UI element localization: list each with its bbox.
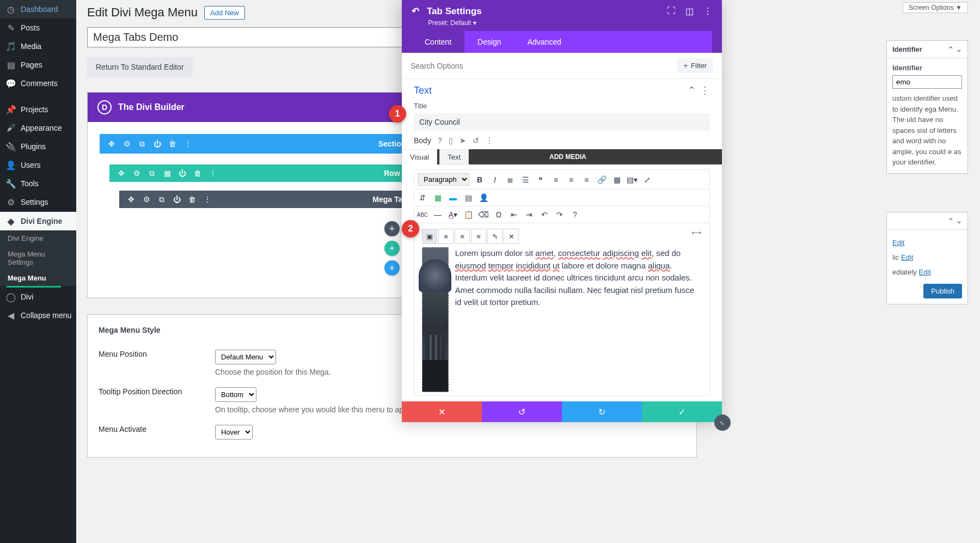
editor-tab-text[interactable]: Text [439,149,469,165]
edit-icon[interactable]: ✎ [487,229,503,244]
edit-link[interactable]: Edit [901,253,913,261]
back-icon[interactable]: ↶ [412,5,419,17]
field-select[interactable]: Default Menu [215,350,276,364]
save-button[interactable]: ✓ [642,401,722,422]
power-icon[interactable]: ⏻ [178,169,187,178]
expand-area-icon[interactable]: ⟷ [691,229,702,237]
edit-link[interactable]: Edit [918,268,930,276]
sidebar-item-plugins[interactable]: 🔌Plugins [0,137,76,156]
redo-button[interactable]: ↻ [562,401,642,422]
duplicate-icon[interactable]: ⧉ [157,195,166,204]
textcolor-icon[interactable]: A▾ [448,210,458,219]
modal-tab-design[interactable]: Design [464,31,514,53]
undo-icon[interactable]: ↶ [540,210,549,219]
chevron-icons[interactable]: ⌃ ⌄ [948,45,962,53]
align-right-icon[interactable]: ≡ [455,229,470,244]
hr-icon[interactable]: — [433,210,443,219]
toolbar-extra-icon[interactable]: ⇵ [418,193,427,203]
align-left-icon[interactable]: ▣ [422,229,437,244]
expand-icon[interactable]: ⛶ [667,6,676,16]
toolbar-extra-icon[interactable]: ▤ [463,193,473,203]
trash-icon[interactable]: 🗑 [193,169,202,178]
toolbar-extra-icon[interactable]: ▬ [448,193,458,203]
toolbar-extra-icon[interactable]: 👤 [479,193,488,203]
more-icon[interactable]: ⋮ [203,195,212,204]
sidebar-collapse-menu[interactable]: ◀Collapse menu [0,306,76,325]
trash-icon[interactable]: 🗑 [168,139,177,148]
screen-options-toggle[interactable]: Screen Options ▼ [903,2,968,13]
undo-button[interactable]: ↺ [482,401,562,422]
more-icon[interactable]: ⋮ [703,6,712,16]
close-icon[interactable]: ✕ [504,229,519,244]
cancel-button[interactable]: ✕ [402,401,482,422]
help-icon[interactable]: ? [438,136,442,145]
gear-icon[interactable]: ⚙ [132,169,141,178]
move-icon[interactable]: ✥ [107,139,116,148]
number-list-icon[interactable]: ☰ [520,175,530,185]
publish-button[interactable]: Publish [923,284,962,298]
table-icon[interactable]: ▤▾ [627,175,637,185]
special-char-icon[interactable]: Ω [494,210,504,219]
search-options-input[interactable] [411,62,677,70]
duplicate-icon[interactable]: ⧉ [138,139,146,148]
modal-tab-advanced[interactable]: Advanced [514,31,574,53]
sidebar-item-posts[interactable]: ✎Posts [0,19,76,37]
align-center-icon[interactable]: ≡ [438,229,454,244]
redo-icon[interactable]: ↷ [555,210,565,219]
sidebar-item-users[interactable]: 👤Users [0,156,76,174]
tab-title-input[interactable] [414,113,710,131]
clear-icon[interactable]: ⌫ [479,210,488,219]
snap-icon[interactable]: ◫ [685,6,694,16]
sidebar-item-divi-engine[interactable]: ◆ Divi Engine [0,212,76,230]
add-module-button[interactable]: + [384,221,400,236]
identifier-input[interactable] [892,75,962,89]
more-icon[interactable]: ⋮ [209,169,217,178]
more-icon[interactable]: ⋮ [486,136,493,145]
add-section-button[interactable]: + [384,260,400,276]
editor-content-area[interactable]: ⟷ ▣ ≡ ≡ ≡ ✎ ✕ Lorem ipsum dolor sit amet… [414,223,710,396]
modal-tab-content[interactable]: Content [412,31,464,53]
bullet-list-icon[interactable]: ≣ [505,175,515,185]
toolbar-extra-icon[interactable]: ▦ [433,193,443,203]
more-icon[interactable]: ⋮ [183,139,192,148]
sidebar-item-comments[interactable]: 💬Comments [0,74,76,93]
columns-icon[interactable]: ▦ [163,169,171,178]
power-icon[interactable]: ⏻ [173,195,181,204]
mobile-icon[interactable]: ▯ [449,136,453,145]
chevron-icons[interactable]: ⌃ ⌄ [948,217,962,225]
field-select[interactable]: Hover [215,425,253,440]
sidebar-item-appearance[interactable]: 🖌Appearance [0,119,76,137]
sidebar-item-media[interactable]: 🎵Media [0,37,76,56]
link-icon[interactable]: 🔗 [597,175,607,185]
reset-icon[interactable]: ↺ [473,136,479,145]
quote-icon[interactable]: ❝ [536,175,546,185]
duplicate-icon[interactable]: ⧉ [148,169,156,178]
move-icon[interactable]: ✥ [117,169,126,178]
indent-right-icon[interactable]: ⇥ [524,210,534,219]
gear-icon[interactable]: ⚙ [142,195,151,204]
editor-image[interactable] [422,247,449,392]
bold-icon[interactable]: B [475,175,485,185]
move-icon[interactable]: ✥ [127,195,136,204]
sidebar-item-projects[interactable]: 📌Projects [0,100,76,119]
abc-icon[interactable]: ABC [418,210,427,219]
align-left-icon[interactable]: ≡ [551,175,561,185]
trash-icon[interactable]: 🗑 [188,195,197,204]
submenu-item[interactable]: Mega Menu [0,270,76,286]
add-row-button[interactable]: + [384,241,400,256]
editor-body-text[interactable]: Lorem ipsum dolor sit amet, consectetur … [455,247,702,392]
filter-button[interactable]: +Filter [677,58,713,73]
sidebar-item-dashboard[interactable]: ◷Dashboard [0,0,76,19]
align-center-icon[interactable]: ≡ [566,175,576,185]
sidebar-item-settings[interactable]: ⚙Settings [0,193,76,211]
return-standard-editor-button[interactable]: Return To Standard Editor [87,57,193,77]
submenu-item[interactable]: Mega Menu Settings [0,246,76,270]
gear-icon[interactable]: ⚙ [122,139,131,148]
edit-link[interactable]: Edit [892,239,904,247]
italic-icon[interactable]: I [490,175,500,185]
power-icon[interactable]: ⏻ [153,139,162,148]
grid-icon[interactable]: ▦ [612,175,622,185]
sidebar-item-divi[interactable]: ◯Divi [0,288,76,306]
sidebar-item-pages[interactable]: ▤Pages [0,56,76,74]
editor-tab-visual[interactable]: Visual [402,149,437,165]
